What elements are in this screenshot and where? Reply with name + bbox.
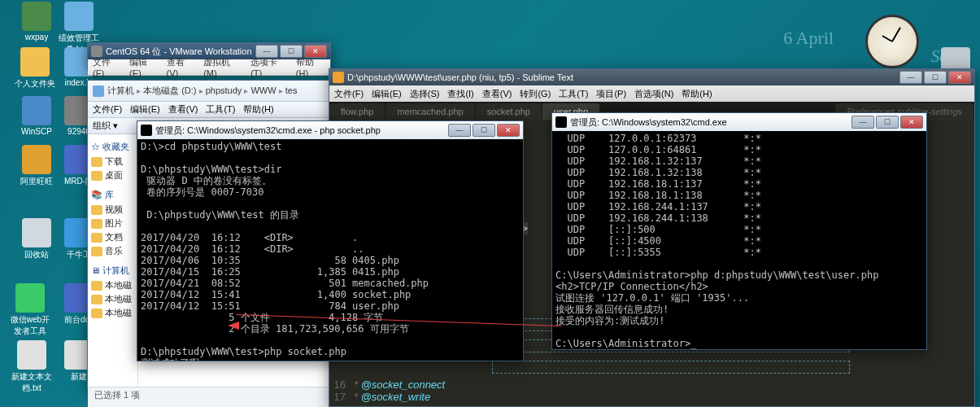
desktop-icon[interactable]: 个人文件夹 <box>15 47 55 90</box>
folder-icon <box>91 205 102 215</box>
breadcrumb-item[interactable]: WWW <box>250 85 276 95</box>
folder-icon <box>91 309 102 318</box>
maximize-button[interactable]: ☐ <box>876 116 899 129</box>
vmware-menu-item[interactable]: 编辑(E) <box>129 56 159 78</box>
breadcrumb[interactable]: 计算机 ▸ 本地磁盘 (D:) ▸ phpstudy ▸ WWW ▸ tes <box>107 85 297 97</box>
sidebar-item[interactable]: 桌面 <box>91 168 134 182</box>
icon-label: wxpay <box>25 33 48 42</box>
line-number: 17 <box>329 391 354 403</box>
sublime-menu-item[interactable]: 文件(F) <box>334 88 364 100</box>
desktop-icon[interactable]: 阿里旺旺 <box>16 145 57 187</box>
breadcrumb-item[interactable]: 计算机 <box>107 85 134 95</box>
sidebar-item[interactable]: 本地磁 <box>91 278 134 292</box>
close-button[interactable]: ✕ <box>497 124 520 137</box>
sidebar-item[interactable]: 音乐 <box>91 244 134 258</box>
icon-label: 阿里旺旺 <box>20 176 53 187</box>
icon-label: 个人文件夹 <box>15 78 55 90</box>
sublime-menu-item[interactable]: 转到(G) <box>520 88 551 100</box>
maximize-button[interactable]: ☐ <box>473 124 495 137</box>
minimize-button[interactable]: — <box>448 124 471 137</box>
explorer-menu-item[interactable]: 查看(V) <box>168 103 198 116</box>
cmd-socket-window[interactable]: 管理员: C:\Windows\system32\cmd.exe - php s… <box>137 120 524 361</box>
sidebar-label: 本地磁 <box>105 279 132 291</box>
vmware-menu-item[interactable]: 查看(V) <box>167 56 196 78</box>
explorer-menu-item[interactable]: 文件(F) <box>93 103 122 116</box>
sublime-menu-item[interactable]: 首选项(N) <box>634 88 673 100</box>
folder-icon <box>91 281 102 291</box>
folder-icon <box>91 233 102 243</box>
editor-tab[interactable]: socket.php <box>476 103 542 120</box>
sublime-title: D:\phpstudy\WWW\test\user.php (niu, tp5)… <box>347 72 573 82</box>
vmware-menu-item[interactable]: 帮助(H) <box>296 56 325 78</box>
cmd1-title: 管理员: C:\Windows\system32\cmd.exe - php s… <box>155 125 381 137</box>
sidebar-item[interactable]: 本地磁 <box>91 306 134 320</box>
sublime-menu-item[interactable]: 项目(P) <box>596 88 626 100</box>
sidebar-item[interactable]: 视频 <box>91 203 134 217</box>
desktop-icon[interactable]: 回收站 <box>16 218 57 260</box>
cmd-user-window[interactable]: 管理员: C:\Windows\system32\cmd.exe — ☐ ✕ U… <box>551 112 927 350</box>
sidebar-label: 音乐 <box>105 245 123 257</box>
cmd1-titlebar[interactable]: 管理员: C:\Windows\system32\cmd.exe - php s… <box>137 121 523 139</box>
computer-heading[interactable]: 🖥 计算机 <box>91 265 134 277</box>
vmware-menubar[interactable]: 文件(F)编辑(E)查看(V)虚拟机(M)选项卡(T)帮助(H) <box>88 59 330 76</box>
desktop-icon[interactable]: WinSCP <box>16 96 57 136</box>
sidebar-item[interactable]: 图片 <box>91 217 134 230</box>
explorer-addressbar[interactable]: 计算机 ▸ 本地磁盘 (D:) ▸ phpstudy ▸ WWW ▸ tes <box>88 81 330 102</box>
vmware-menu-item[interactable]: 选项卡(T) <box>250 56 288 78</box>
minimize-button[interactable]: — <box>852 116 874 129</box>
cmd2-output[interactable]: UDP 127.0.0.1:62373 *:* 2096 UDP 127.0.0… <box>552 131 926 349</box>
vmware-window[interactable]: CentOS 64 位 - VMware Workstation — ☐ ✕ 文… <box>87 42 331 70</box>
folder-icon <box>91 247 102 256</box>
breadcrumb-item[interactable]: phpstudy <box>206 85 242 95</box>
sublime-menu-item[interactable]: 选择(S) <box>410 88 440 100</box>
icon-label: 微信web开发者工具 <box>10 314 50 337</box>
cmd1-output[interactable]: D:\>cd phpstudy\WWW\test D:\phpstudy\WWW… <box>137 139 523 361</box>
sublime-menu-item[interactable]: 工具(T) <box>559 88 588 100</box>
clock-widget[interactable] <box>865 15 919 68</box>
editor-tab[interactable]: flow.php <box>329 103 385 120</box>
vmware-icon <box>91 46 102 57</box>
folder-icon <box>91 295 102 304</box>
sublime-menu-item[interactable]: 帮助(H) <box>682 88 712 100</box>
file-icon <box>22 2 51 31</box>
breadcrumb-item[interactable]: 本地磁盘 (D:) <box>143 85 196 95</box>
explorer-menu-item[interactable]: 工具(T) <box>206 103 235 116</box>
minimize-button[interactable]: — <box>899 71 922 84</box>
vmware-menu-item[interactable]: 虚拟机(M) <box>203 56 242 78</box>
breadcrumb-item[interactable]: tes <box>285 85 298 95</box>
close-button[interactable]: ✕ <box>900 116 923 129</box>
desktop-icon[interactable]: 新建文本文档.txt <box>11 340 52 394</box>
chevron-icon: ▸ <box>244 86 248 95</box>
file-icon <box>64 2 94 31</box>
sublime-menu-item[interactable]: 查找(I) <box>447 88 473 100</box>
vmware-menu-item[interactable]: 文件(F) <box>93 56 121 78</box>
sidebar-label: 视频 <box>105 204 123 216</box>
explorer-sidebar[interactable]: ☆ 收藏夹 下载桌面 📚 库 视频图片文档音乐 🖥 计算机 本地磁本地磁本地磁 <box>88 134 138 387</box>
sidebar-item[interactable]: 本地磁 <box>91 292 134 306</box>
explorer-menu-item[interactable]: 帮助(H) <box>243 103 273 116</box>
explorer-menubar[interactable]: 文件(F)编辑(E)查看(V)工具(T)帮助(H) <box>88 102 330 118</box>
maximize-button[interactable]: ☐ <box>924 71 947 84</box>
sidebar-item[interactable]: 下载 <box>91 155 134 168</box>
sidebar-item[interactable]: 文档 <box>91 230 134 244</box>
icon-label: WinSCP <box>21 127 52 136</box>
sidebar-label: 本地磁 <box>105 307 132 319</box>
close-button[interactable]: ✕ <box>948 71 971 84</box>
explorer-menu-item[interactable]: 编辑(E) <box>130 103 160 116</box>
sublime-menubar[interactable]: 文件(F)编辑(E)选择(S)查找(I)查看(V)转到(G)工具(T)项目(P)… <box>329 85 974 102</box>
code-line[interactable]: 17 * @socket_write <box>329 391 445 403</box>
icon-label: 新建 <box>71 371 87 383</box>
code-line[interactable]: 16 * @socket_connect <box>329 379 445 391</box>
sidebar-label: 下载 <box>105 155 123 168</box>
libraries-heading[interactable]: 📚 库 <box>91 189 134 201</box>
editor-tab[interactable]: memcached.php <box>385 103 474 120</box>
desktop-icon[interactable]: 微信web开发者工具 <box>10 283 50 337</box>
sublime-menu-item[interactable]: 查看(V) <box>482 88 512 100</box>
cmd2-titlebar[interactable]: 管理员: C:\Windows\system32\cmd.exe — ☐ ✕ <box>552 113 926 131</box>
favorites-heading[interactable]: ☆ 收藏夹 <box>91 141 134 153</box>
desktop-icon[interactable]: wxpay <box>16 2 57 42</box>
sublime-titlebar[interactable]: D:\phpstudy\WWW\test\user.php (niu, tp5)… <box>329 69 974 85</box>
sublime-menu-item[interactable]: 编辑(E) <box>372 88 402 100</box>
file-icon <box>17 340 46 370</box>
organize-button[interactable]: 组织 ▾ <box>93 120 118 132</box>
